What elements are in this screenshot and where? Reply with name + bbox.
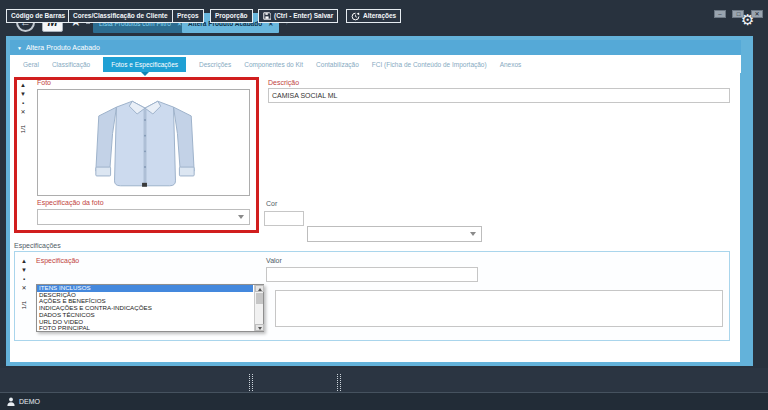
alteracoes-button[interactable]: Alterações xyxy=(346,9,401,23)
dropdown-item[interactable]: AÇÕES E BENEFÍCIOS xyxy=(37,298,253,305)
status-bar: DEMO xyxy=(0,392,768,410)
button-label: Alterações xyxy=(363,10,396,22)
dropdown-item[interactable]: FOTO PRINCIPAL xyxy=(37,325,253,332)
user-icon xyxy=(7,397,15,406)
codigo-de-barras-button[interactable]: Código de Barras xyxy=(6,9,70,23)
descricao-label: Descrição xyxy=(268,79,299,86)
toolbar-separator xyxy=(337,374,341,393)
minimize-button[interactable]: – xyxy=(714,10,726,18)
dropdown-item[interactable]: DESCRIÇÃO xyxy=(37,292,253,299)
especificacao-dropdown-list: ITENS INCLUSOS DESCRIÇÃO AÇÕES E BENEFÍC… xyxy=(36,284,264,332)
toolbar-separator xyxy=(249,374,253,393)
valor-input[interactable] xyxy=(266,267,478,282)
app-window: – □ ✕ ← M ★ Lista Produtos com Filtro ✕ … xyxy=(0,0,768,410)
tab-label: Fotos e Especificações xyxy=(111,61,178,68)
button-label: Cores/Classificação de Cliente xyxy=(73,10,168,22)
panel-header[interactable]: ▼Altera Produto Acabado xyxy=(10,40,741,55)
delete-record-icon[interactable]: ✕ xyxy=(21,285,26,291)
especificacoes-title: Especificações xyxy=(14,242,61,249)
dropdown-scrollbar[interactable] xyxy=(254,285,263,331)
valor-textarea[interactable] xyxy=(275,290,723,327)
cores-classificacao-button[interactable]: Cores/Classificação de Cliente xyxy=(68,9,173,23)
add-record-icon[interactable]: ▪ xyxy=(22,100,24,106)
record-pager: 1/1 xyxy=(20,125,26,133)
tab-fci[interactable]: FCI (Ficha de Conteúdo de Importação) xyxy=(372,61,487,68)
move-down-icon[interactable]: ▼ xyxy=(20,91,26,97)
bottom-toolbar xyxy=(0,368,768,392)
tab-anexos[interactable]: Anexos xyxy=(500,61,522,68)
tab-descricoes[interactable]: Descrições xyxy=(199,61,231,68)
scroll-down-icon[interactable] xyxy=(255,324,264,331)
gear-icon[interactable]: ⚙ xyxy=(741,12,754,27)
tab-fotos-especificacoes[interactable]: Fotos e Especificações xyxy=(103,57,186,72)
history-icon xyxy=(351,12,360,21)
shirt-image xyxy=(86,94,204,193)
especificacao-foto-select[interactable] xyxy=(37,209,250,225)
photo-record-navigator: ▲ ▼ ▪ ✕ 1/1 xyxy=(16,82,30,132)
button-label: (Ctrl - Enter) Salvar xyxy=(274,10,333,22)
move-up-icon[interactable]: ▲ xyxy=(21,258,27,264)
button-label: Preços xyxy=(177,10,199,22)
active-tab-notch xyxy=(141,72,149,76)
record-pager: 1/1 xyxy=(21,301,27,309)
dropdown-item[interactable]: URL DO VIDEO xyxy=(37,319,253,326)
scroll-up-icon[interactable] xyxy=(255,285,264,292)
valor-label: Valor xyxy=(266,257,282,264)
dropdown-item[interactable]: ITENS INCLUSOS xyxy=(37,285,253,292)
cor-select[interactable] xyxy=(307,226,482,242)
especificacao-label: Especificação xyxy=(36,257,79,264)
dropdown-item[interactable]: INDICAÇÕES E CONTRA-INDICAÇÕES xyxy=(37,305,253,312)
chevron-down-icon xyxy=(470,232,476,236)
tab-geral[interactable]: Geral xyxy=(23,61,39,68)
move-up-icon[interactable]: ▲ xyxy=(20,82,26,88)
precos-button[interactable]: Preços xyxy=(172,9,204,23)
move-down-icon[interactable]: ▼ xyxy=(21,267,27,273)
chevron-down-icon xyxy=(238,215,244,219)
save-icon xyxy=(263,12,271,20)
delete-record-icon[interactable]: ✕ xyxy=(20,109,25,115)
foto-label: Foto xyxy=(37,79,51,86)
window-controls: – □ ✕ xyxy=(712,2,763,20)
form-tabbar: Geral Classificação Fotos e Especificaçõ… xyxy=(10,55,741,73)
add-record-icon[interactable]: ▪ xyxy=(23,276,25,282)
tab-componentes-kit[interactable]: Componentes do Kit xyxy=(244,61,303,68)
tab-classificacao[interactable]: Classificação xyxy=(52,61,90,68)
dropdown-item[interactable]: DADOS TÉCNICOS xyxy=(37,312,253,319)
collapse-icon[interactable]: ▼ xyxy=(17,45,22,51)
button-label: Proporção xyxy=(215,10,248,22)
especificacao-foto-label: Especificação da foto xyxy=(37,199,104,206)
salvar-button[interactable]: (Ctrl - Enter) Salvar xyxy=(258,9,338,23)
descricao-input[interactable]: CAMISA SOCIAL ML xyxy=(268,88,730,103)
product-photo-frame[interactable] xyxy=(37,89,250,196)
username-label: DEMO xyxy=(19,398,40,405)
tab-contabilizacao[interactable]: Contabilização xyxy=(316,61,359,68)
panel-title: Altera Produto Acabado xyxy=(26,44,100,51)
scrollbar-thumb[interactable] xyxy=(256,293,263,304)
cor-code-input[interactable] xyxy=(264,211,304,226)
cor-label: Cor xyxy=(266,200,277,207)
proporcao-button[interactable]: Proporção xyxy=(210,9,253,23)
button-label: Código de Barras xyxy=(11,10,65,22)
spec-record-navigator: ▲ ▼ ▪ ✕ 1/1 xyxy=(17,258,31,308)
